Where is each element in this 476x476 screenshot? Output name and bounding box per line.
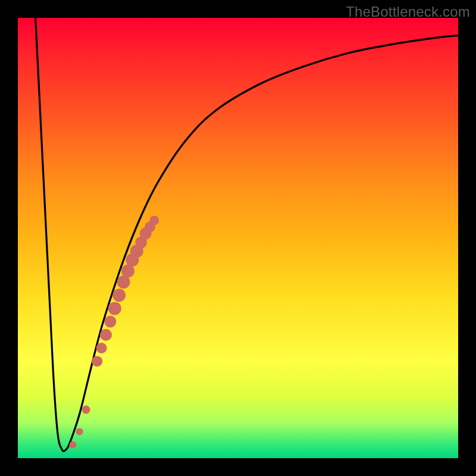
marker-group [70,215,159,448]
plot-area [18,18,458,458]
watermark-text: TheBottleneck.com [346,4,470,20]
data-point [92,356,102,367]
data-point [149,215,159,225]
data-point [70,441,77,449]
data-point [104,316,116,328]
chart-frame: TheBottleneck.com [0,0,476,476]
data-point [76,428,83,436]
main-curve [36,18,458,451]
chart-svg [18,18,458,458]
data-point [96,343,107,353]
data-point [82,406,90,414]
data-point [112,289,126,302]
data-point [100,329,112,341]
data-point [108,302,121,315]
